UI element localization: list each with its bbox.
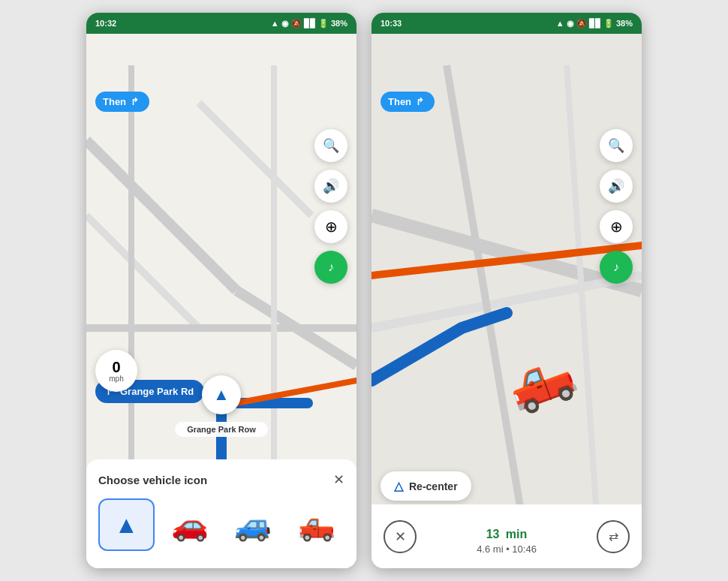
street-label-map-1: Grange Park Row	[175, 422, 268, 437]
nav-arrow-map-1: ▲	[202, 375, 241, 414]
then-badge-1: Then ↱	[95, 92, 149, 112]
spotify-button-1[interactable]: ♪	[314, 251, 347, 284]
then-arrow-icon-2: ↱	[416, 96, 424, 107]
recenter-label: Re-center	[409, 480, 458, 492]
speed-badge-1: 0 mph	[95, 350, 137, 392]
vehicle-panel-header: Choose vehicle icon ✕	[98, 471, 344, 488]
spotify-icon-2: ♪	[613, 260, 619, 274]
side-buttons-1: 🔍 🔊 ⊕ ♪	[314, 129, 347, 284]
eta-details: 4.6 mi • 10:46	[417, 543, 597, 555]
speed-unit-1: mph	[109, 375, 123, 383]
then-badge-2: Then ↱	[381, 92, 435, 112]
vehicle-icons-row: ▲ 🚗 🚙 🛻	[98, 498, 344, 551]
recenter-icon: △	[394, 479, 403, 493]
vehicle-panel-title: Choose vehicle icon	[98, 474, 207, 486]
add-stop-button-2[interactable]: ⊕	[600, 210, 633, 243]
turn-street-1: Grange Park Rd	[120, 386, 194, 397]
yellow-car-icon: 🚙	[234, 507, 272, 543]
side-buttons-2: 🔍 🔊 ⊕ ♪	[600, 129, 633, 284]
eta-distance: 4.6 mi	[477, 543, 503, 555]
sound-icon-1: 🔊	[323, 178, 339, 194]
vehicle-yellow-car-option[interactable]: 🚙	[225, 498, 281, 551]
add-stop-button-1[interactable]: ⊕	[314, 210, 347, 243]
vehicle-arrow-option[interactable]: ▲	[98, 498, 155, 551]
time-1: 10:32	[95, 19, 116, 28]
status-bar-2: 10:33 ▲ ◉ 🔕 ▊▊ 🔋 38%	[372, 13, 642, 34]
sound-button-2[interactable]: 🔊	[600, 170, 633, 203]
search-icon-2: 🔍	[608, 137, 624, 154]
search-icon-1: 🔍	[323, 137, 339, 154]
eta-minutes: 13	[486, 528, 500, 540]
sound-icon-2: 🔊	[608, 178, 624, 194]
then-arrow-icon-1: ↱	[131, 96, 139, 107]
red-car-icon: 🚗	[171, 507, 209, 543]
arrow-icon-1: ▲	[213, 385, 230, 405]
green-truck-icon: 🛻	[298, 507, 335, 543]
speed-value-1: 0	[112, 360, 120, 375]
vehicle-panel: Choose vehicle icon ✕ ▲ 🚗 🚙 🛻	[86, 459, 356, 568]
add-icon-1: ⊕	[325, 218, 338, 236]
vehicle-red-car-option[interactable]: 🚗	[162, 498, 218, 551]
cancel-navigation-button[interactable]: ✕	[384, 520, 417, 553]
phones-container: 10:32 ▲ ◉ 🔕 ▊▊ 🔋 38% ↑ ↑ Grange Park Gro…	[86, 13, 642, 568]
route-options-icon: ⇄	[609, 529, 618, 543]
status-bar-1: 10:32 ▲ ◉ 🔕 ▊▊ 🔋 38%	[86, 13, 356, 34]
arrow-vehicle-icon: ▲	[115, 511, 139, 539]
spotify-icon-1: ♪	[328, 260, 334, 274]
search-button-1[interactable]: 🔍	[314, 129, 347, 162]
sound-button-1[interactable]: 🔊	[314, 170, 347, 203]
close-vehicle-panel-button[interactable]: ✕	[333, 471, 344, 488]
status-icons-2: ▲ ◉ 🔕 ▊▊ 🔋 38%	[556, 19, 633, 29]
add-icon-2: ⊕	[610, 218, 623, 236]
status-icons-1: ▲ ◉ 🔕 ▊▊ 🔋 38%	[271, 19, 347, 29]
phone-2: 10:33 ▲ ◉ 🔕 ▊▊ 🔋 38% ↑ ↑ Grange Park Gro…	[372, 13, 642, 568]
vehicle-green-truck-option[interactable]: 🛻	[289, 498, 344, 551]
eta-section: 13 min 4.6 mi • 10:46	[417, 518, 597, 555]
time-2: 10:33	[381, 19, 402, 28]
phone-1: 10:32 ▲ ◉ 🔕 ▊▊ 🔋 38% ↑ ↑ Grange Park Gro…	[86, 13, 356, 568]
map-area-2: Then ↱ 🔍 🔊 ⊕ ♪	[372, 13, 642, 568]
eta-unit: min	[506, 528, 527, 540]
search-button-2[interactable]: 🔍	[600, 129, 633, 162]
map-background-2: Then ↱ 🔍 🔊 ⊕ ♪	[372, 13, 642, 568]
route-options-button[interactable]: ⇄	[597, 520, 630, 553]
eta-arrival: 10:46	[512, 543, 537, 555]
bottom-bar-2: ✕ 13 min 4.6 mi • 10:46 ⇄	[372, 504, 642, 568]
eta-time-display: 13 min	[417, 518, 597, 543]
recenter-button[interactable]: △ Re-center	[381, 471, 471, 501]
spotify-button-2[interactable]: ♪	[600, 251, 633, 284]
cancel-icon: ✕	[395, 528, 406, 545]
